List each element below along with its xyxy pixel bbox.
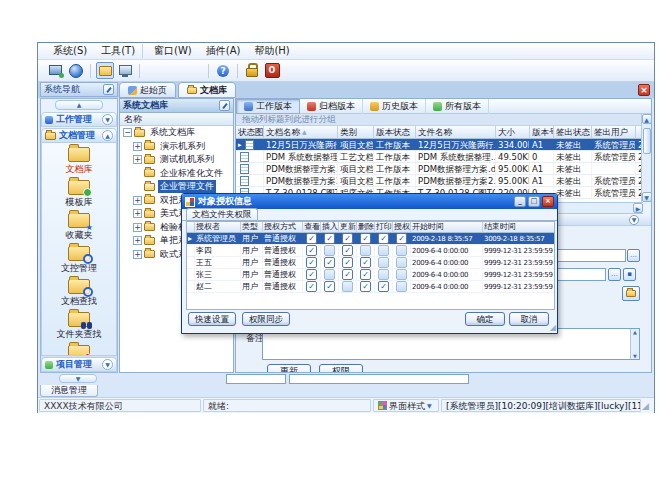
maximize-icon[interactable]: □ bbox=[528, 196, 540, 207]
menu-item[interactable]: 插件(A) bbox=[199, 44, 248, 58]
chevron-up-icon[interactable]: ▲ bbox=[102, 130, 113, 141]
exit-icon[interactable] bbox=[263, 62, 281, 79]
permission-checkbox[interactable] bbox=[324, 269, 335, 280]
bottom-field-large[interactable] bbox=[289, 374, 469, 384]
ok-button[interactable]: 确定 bbox=[465, 312, 505, 326]
document-row[interactable]: PDM 系统数据整理检…工艺文档工作版本PDM 系统数据整理…49.50KB0未… bbox=[236, 151, 643, 163]
tab-start-page[interactable]: 起始页 bbox=[119, 82, 176, 98]
clear-icon[interactable]: ▪ bbox=[623, 268, 636, 281]
column-header[interactable]: 开始时间 bbox=[411, 222, 483, 233]
minimize-icon[interactable]: _ bbox=[514, 196, 526, 207]
sidebar-scroll-up[interactable]: ▲ bbox=[55, 100, 103, 110]
permission-checkbox[interactable]: ✓ bbox=[342, 257, 353, 268]
bottom-field-small[interactable] bbox=[226, 374, 286, 384]
expand-icon[interactable]: + bbox=[133, 142, 142, 151]
sidebar-item-document-library[interactable]: 文档库 bbox=[66, 147, 93, 176]
version-tab-2[interactable]: 历史版本 bbox=[363, 99, 426, 114]
update-button[interactable]: 更新 bbox=[267, 364, 311, 373]
permission-checkbox[interactable]: ✓ bbox=[306, 233, 317, 244]
column-header[interactable]: 更新 bbox=[339, 222, 357, 233]
open-folder-button[interactable] bbox=[622, 286, 640, 301]
permission-checkbox[interactable]: ✓ bbox=[306, 257, 317, 268]
vertical-scrollbar[interactable]: ▲ ▼ bbox=[641, 114, 651, 202]
tree-node[interactable]: −系统文档库 bbox=[120, 126, 233, 140]
lock-icon[interactable] bbox=[243, 62, 261, 79]
permission-checkbox[interactable]: ✓ bbox=[360, 257, 371, 268]
computer-icon[interactable] bbox=[116, 62, 134, 79]
scroll-down-icon[interactable]: ▼ bbox=[642, 192, 652, 202]
chevron-down-icon[interactable]: ▼ bbox=[102, 114, 113, 125]
permission-row[interactable]: 王五用户普通授权✓✓✓✓2009-6-4 0:00:009999-12-31 2… bbox=[187, 257, 555, 269]
permission-row[interactable]: 李四用户普通授权✓✓2009-6-4 0:00:009999-12-31 23:… bbox=[187, 245, 555, 257]
document-row[interactable]: ▸12月5日万兴隆两行…项目文档工作版本12月5日万兴隆两行…334.00KBA… bbox=[236, 139, 643, 151]
column-header[interactable]: 大小 bbox=[496, 126, 530, 139]
permission-checkbox[interactable]: ✓ bbox=[378, 233, 389, 244]
lookup-icon[interactable]: … bbox=[608, 268, 621, 281]
menu-item[interactable]: 系统(S) bbox=[46, 44, 94, 58]
permission-checkbox[interactable] bbox=[324, 245, 335, 256]
tree-node[interactable]: 企业标准化文件 bbox=[120, 167, 233, 181]
browse-icon[interactable]: … bbox=[627, 249, 640, 262]
tree-node[interactable]: +测试机机系列 bbox=[120, 153, 233, 167]
expand-icon[interactable]: + bbox=[133, 196, 142, 205]
permission-checkbox[interactable]: ✓ bbox=[306, 281, 317, 292]
permission-checkbox[interactable]: ✓ bbox=[306, 269, 317, 280]
permission-checkbox[interactable] bbox=[360, 245, 371, 256]
sidebar-section-work[interactable]: 工作管理 ▼ bbox=[41, 112, 117, 127]
sidebar-section-project[interactable]: 项目管理 ▼ bbox=[41, 357, 117, 372]
column-header[interactable]: 文档名称▲ bbox=[264, 126, 338, 139]
column-header[interactable]: 删除 bbox=[357, 222, 375, 233]
permission-checkbox[interactable]: ✓ bbox=[342, 233, 353, 244]
collapse-icon[interactable]: − bbox=[123, 128, 132, 137]
sidebar-section-document[interactable]: 文档管理 ▲ bbox=[41, 128, 117, 143]
scroll-right-icon[interactable]: ▶ bbox=[633, 203, 643, 213]
tree-column-header[interactable]: 名称 bbox=[120, 113, 233, 126]
close-icon[interactable]: × bbox=[638, 84, 650, 96]
resize-grip[interactable]: ◢ bbox=[642, 401, 654, 411]
tree-node[interactable]: 企业管理文件 bbox=[120, 180, 233, 194]
permission-checkbox[interactable]: ✓ bbox=[342, 269, 353, 280]
version-tab-0[interactable]: 工作版本 bbox=[236, 99, 300, 114]
column-header[interactable]: 签出状态 bbox=[554, 126, 592, 139]
permission-checkbox[interactable]: ✓ bbox=[378, 281, 389, 292]
permission-checkbox[interactable] bbox=[396, 245, 407, 256]
column-header[interactable]: 授权者 bbox=[195, 222, 241, 233]
column-header[interactable]: 版本号 bbox=[530, 126, 554, 139]
sidebar-item-folder-search[interactable]: 文件夹查找 bbox=[57, 312, 102, 341]
column-header[interactable]: 状态图 bbox=[236, 126, 264, 139]
menu-item[interactable]: 帮助(H) bbox=[247, 44, 296, 58]
permission-checkbox[interactable]: ✓ bbox=[360, 281, 371, 292]
expand-icon[interactable]: + bbox=[133, 236, 142, 245]
column-header[interactable]: 打印 bbox=[375, 222, 393, 233]
permission-checkbox[interactable] bbox=[378, 245, 389, 256]
tab-document-library[interactable]: 文档库 bbox=[178, 82, 236, 98]
menu-item[interactable]: 窗口(W) bbox=[147, 44, 199, 58]
resize-grip[interactable]: ◢ bbox=[550, 323, 556, 332]
permission-checkbox[interactable] bbox=[378, 269, 389, 280]
mail-icon[interactable] bbox=[145, 62, 163, 79]
document-row[interactable]: PDM数据整理方案2.doc项目文档工作版本PDM数据整理方案2.doc95.0… bbox=[236, 175, 643, 187]
permission-checkbox[interactable]: ✓ bbox=[360, 233, 371, 244]
permission-checkbox[interactable] bbox=[396, 257, 407, 268]
version-tab-3[interactable]: 所有版本 bbox=[426, 99, 489, 114]
chevron-down-icon[interactable]: ▼ bbox=[102, 359, 113, 370]
expand-icon[interactable]: + bbox=[133, 223, 142, 232]
globe-icon[interactable] bbox=[67, 62, 85, 79]
permission-checkbox[interactable]: ✓ bbox=[324, 233, 335, 244]
document-row[interactable]: PDM数据整理方案.doc项目文档工作版本PDM数据整理方案.doc95.00K… bbox=[236, 163, 643, 175]
quick-setup-button[interactable]: 快速设置 bbox=[188, 312, 236, 326]
remark-scrollbar[interactable]: ▲▼ bbox=[630, 329, 639, 359]
column-header[interactable]: 授权方式 bbox=[263, 222, 303, 233]
permission-row[interactable]: 赵二用户普通授权✓✓✓✓2009-6-4 0:00:009999-12-31 2… bbox=[187, 281, 555, 293]
sidebar-item-template-library[interactable]: 模板库 bbox=[66, 180, 93, 209]
permission-checkbox[interactable]: ✓ bbox=[306, 245, 317, 256]
permission-checkbox[interactable]: ✓ bbox=[324, 257, 335, 268]
help-icon[interactable] bbox=[214, 62, 232, 79]
version-tab-1[interactable]: 归档版本 bbox=[300, 99, 363, 114]
column-header[interactable]: 类型 bbox=[241, 222, 263, 233]
column-header[interactable]: 类别 bbox=[338, 126, 374, 139]
open-folder-icon[interactable] bbox=[96, 62, 114, 79]
permission-checkbox[interactable]: ✓ bbox=[324, 281, 335, 292]
expand-icon[interactable]: + bbox=[133, 209, 142, 218]
pin-icon[interactable] bbox=[219, 100, 230, 111]
